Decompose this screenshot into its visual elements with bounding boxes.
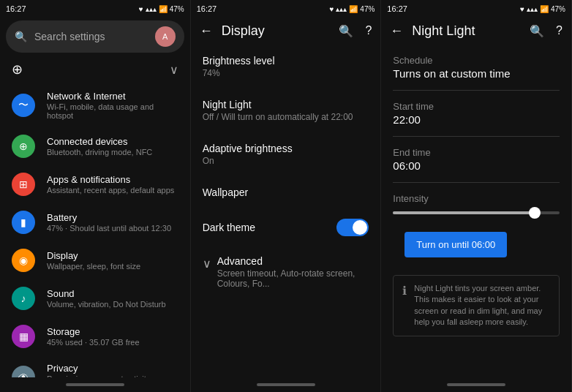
turn-on-section: Turn on until 06:00 (381, 220, 571, 269)
end-time-label: End time (393, 147, 560, 158)
settings-item-battery[interactable]: ▮ Battery 47% · Should last until about … (0, 203, 190, 241)
adaptive-label: Adaptive brightness (203, 143, 369, 154)
night-light-title: Night Light (412, 23, 521, 39)
battery-icon-2: 47% (360, 5, 375, 13)
dark-theme-item[interactable]: Dark theme (191, 208, 381, 246)
apps-title: Apps & notifications (47, 174, 178, 185)
brightness-value: 74% (203, 68, 369, 78)
wallpaper-item[interactable]: Wallpaper (191, 176, 381, 208)
brightness-item[interactable]: Brightness level 74% (191, 45, 381, 88)
back-button[interactable]: ← (197, 20, 216, 42)
help-icon[interactable]: ? (362, 21, 375, 41)
connected-subtitle: Bluetooth, driving mode, NFC (47, 148, 178, 157)
display-panel: 16:27 ♥ ▴▴▴ 📶 47% ← Display 🔍 ? Brightne… (191, 0, 382, 392)
sound-icon: ♪ (12, 287, 35, 310)
wallpaper-label: Wallpaper (203, 186, 369, 198)
nav-pill-2 (257, 383, 315, 386)
wifi-icon: 📶 (159, 5, 168, 13)
storage-title: Storage (47, 326, 178, 337)
info-icon: ℹ (402, 284, 407, 298)
network-icon: 〜 (12, 94, 35, 117)
start-time-item[interactable]: Start time 22:00 (381, 91, 571, 136)
display-icon: ◉ (12, 249, 35, 272)
toggle-knob (353, 220, 367, 235)
back-button-nl[interactable]: ← (387, 20, 406, 42)
heart-icon-3: ♥ (520, 5, 524, 13)
search-nl-icon[interactable]: 🔍 (527, 21, 547, 41)
intensity-section: Intensity (381, 183, 571, 220)
adaptive-value: On (203, 156, 369, 166)
wifi-icon-3: 📶 (540, 5, 549, 13)
advanced-chevron-icon: ∨ (203, 257, 211, 271)
search-header-icon[interactable]: 🔍 (336, 21, 356, 41)
apps-icon: ⊞ (12, 173, 35, 196)
bottom-bar-3 (381, 377, 571, 392)
schedule-label: Schedule (393, 55, 560, 66)
header-icons: 🔍 ? (336, 21, 375, 41)
battery-title: Battery (47, 212, 178, 223)
search-placeholder: Search settings (34, 31, 148, 42)
end-time-item[interactable]: End time 06:00 (381, 137, 571, 182)
schedule-item[interactable]: Schedule Turns on at custom time (381, 45, 571, 90)
night-light-list: Schedule Turns on at custom time Start t… (381, 45, 571, 377)
nav-pill-3 (447, 383, 505, 386)
account-row[interactable]: ⊕ ∨ (0, 56, 190, 83)
end-time-value: 06:00 (393, 159, 560, 172)
advanced-item[interactable]: ∨ Advanced Screen timeout, Auto-rotate s… (191, 246, 381, 298)
turn-on-button[interactable]: Turn on until 06:00 (404, 232, 507, 257)
display-header: ← Display 🔍 ? (191, 18, 381, 45)
apps-subtitle: Assistant, recent apps, default apps (47, 186, 178, 195)
info-box: ℹ Night Light tints your screen amber. T… (393, 275, 560, 336)
status-bar: 16:27 ♥ ▴▴▴ 📶 47% (0, 0, 190, 18)
avatar[interactable]: A (155, 26, 176, 47)
settings-item-sound[interactable]: ♪ Sound Volume, vibration, Do Not Distur… (0, 279, 190, 317)
bottom-bar-1 (0, 377, 190, 392)
chevron-down-icon: ∨ (170, 63, 178, 77)
schedule-value: Turns on at custom time (393, 67, 560, 80)
settings-item-apps[interactable]: ⊞ Apps & notifications Assistant, recent… (0, 165, 190, 203)
privacy-icon: 👁 (12, 366, 35, 377)
privacy-title: Privacy (47, 363, 178, 374)
signal-icon-2: ▴▴▴ (336, 5, 347, 13)
display-list: Brightness level 74% Night Light Off / W… (191, 45, 381, 377)
signal-icon-3: ▴▴▴ (527, 5, 538, 13)
settings-item-privacy[interactable]: 👁 Privacy Permissions, account activity,… (0, 355, 190, 377)
status-time-2: 16:27 (197, 4, 217, 13)
adaptive-item[interactable]: Adaptive brightness On (191, 132, 381, 176)
nightlight-label: Night Light (203, 99, 369, 110)
battery-icon: 47% (170, 5, 184, 13)
sound-title: Sound (47, 288, 178, 299)
advanced-label: Advanced (217, 255, 369, 267)
status-icons-2: ♥ ▴▴▴ 📶 47% (329, 5, 375, 13)
dark-theme-toggle[interactable] (336, 219, 369, 236)
display-panel-title: Display (222, 23, 331, 39)
nightlight-item[interactable]: Night Light Off / Will turn on automatic… (191, 88, 381, 132)
nightlight-value: Off / Will turn on automatically at 22:0… (203, 112, 369, 122)
slider-thumb[interactable] (529, 207, 541, 219)
header-icons-nl: 🔍 ? (527, 21, 565, 41)
network-title: Network & Internet (47, 91, 178, 102)
night-light-panel: 16:27 ♥ ▴▴▴ 📶 47% ← Night Light 🔍 ? Sche… (381, 0, 572, 392)
battery-subtitle: 47% · Should last until about 12:30 (47, 224, 178, 233)
search-icon: 🔍 (15, 31, 27, 42)
heart-icon: ♥ (139, 5, 143, 13)
status-bar-2: 16:27 ♥ ▴▴▴ 📶 47% (191, 0, 381, 18)
dark-theme-label: Dark theme (203, 222, 255, 233)
settings-item-network[interactable]: 〜 Network & Internet Wi-Fi, mobile, data… (0, 83, 190, 127)
info-text: Night Light tints your screen amber. Thi… (414, 283, 550, 328)
settings-item-storage[interactable]: ▦ Storage 45% used · 35.07 GB free (0, 317, 190, 355)
status-icons: ♥ ▴▴▴ 📶 47% (139, 5, 184, 13)
slider-fill (393, 211, 535, 214)
settings-list: 〜 Network & Internet Wi-Fi, mobile, data… (0, 83, 190, 377)
display-subtitle: Wallpaper, sleep, font size (47, 262, 178, 271)
search-bar[interactable]: 🔍 Search settings A (6, 20, 184, 53)
account-icon: ⊕ (12, 61, 23, 78)
status-time-3: 16:27 (387, 4, 407, 13)
help-nl-icon[interactable]: ? (553, 21, 565, 41)
connected-icon: ⊕ (12, 135, 35, 158)
settings-item-display[interactable]: ◉ Display Wallpaper, sleep, font size (0, 241, 190, 279)
settings-panel: 16:27 ♥ ▴▴▴ 📶 47% 🔍 Search settings A ⊕ … (0, 0, 191, 392)
settings-item-connected[interactable]: ⊕ Connected devices Bluetooth, driving m… (0, 127, 190, 165)
advanced-subtitle: Screen timeout, Auto-rotate screen, Colo… (217, 268, 369, 289)
intensity-slider-track[interactable] (393, 211, 560, 214)
